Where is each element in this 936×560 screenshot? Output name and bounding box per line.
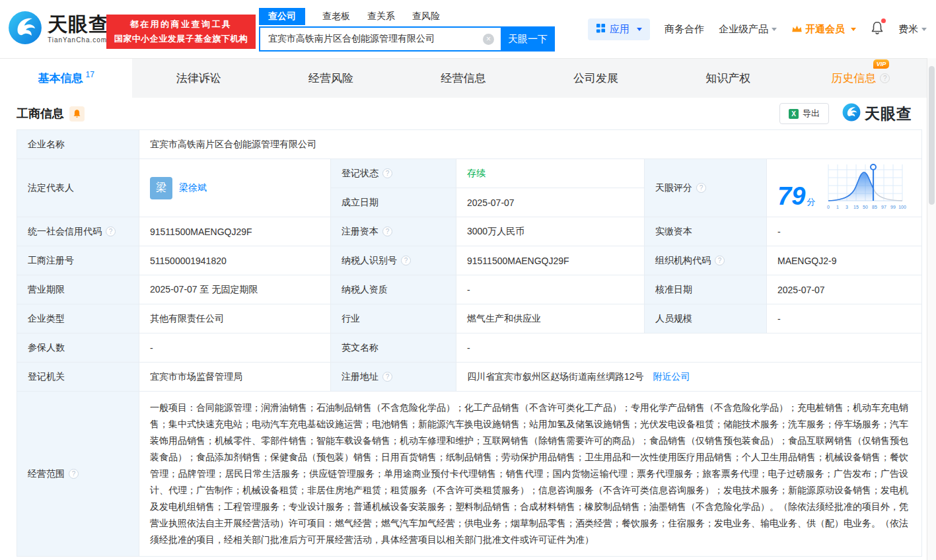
tianyancha-logo[interactable]: 天眼查 TianYanCha.com bbox=[8, 11, 109, 48]
chevron-down-icon bbox=[637, 28, 642, 31]
business-term-label: 营业期限 bbox=[17, 275, 139, 304]
registered-address-label: 注册地址? bbox=[331, 363, 456, 392]
staff-size-value: - bbox=[767, 304, 922, 333]
nav-enterprise-products[interactable]: 企业级产品 bbox=[719, 23, 777, 36]
taxpayer-qualification-label: 纳税人资质 bbox=[331, 275, 456, 304]
company-type-label: 企业类型 bbox=[17, 304, 139, 333]
registered-capital-value: 3000万人民币 bbox=[456, 217, 645, 246]
tab-basic-info-count: 17 bbox=[86, 70, 94, 79]
taxpayer-id-label: 纳税人识别号? bbox=[331, 246, 456, 275]
registration-authority-value: 宜宾市市场监督管理局 bbox=[139, 363, 331, 392]
notification-bell-icon[interactable] bbox=[871, 20, 884, 38]
tab-operation-info[interactable]: 经营信息 bbox=[397, 59, 529, 98]
tianyancha-company-page: 天眼查 TianYanCha.com 都在用的商业查询工具 国家中小企业发展子基… bbox=[0, 0, 936, 560]
top-header: 天眼查 TianYanCha.com 都在用的商业查询工具 国家中小企业发展子基… bbox=[0, 0, 936, 58]
apps-menu[interactable]: 应用 bbox=[588, 18, 650, 40]
paid-capital-value: - bbox=[767, 217, 922, 246]
apps-grid-icon bbox=[596, 23, 606, 35]
score-tick: 50 bbox=[863, 205, 868, 209]
help-icon[interactable]: ? bbox=[382, 372, 392, 382]
search-input[interactable] bbox=[259, 26, 501, 52]
brand-domain: TianYanCha.com bbox=[48, 37, 109, 44]
insured-count-value: - bbox=[139, 333, 331, 363]
score-value: 79 bbox=[777, 184, 805, 209]
search-area: 查公司 查老板 查关系 查风险 × 天眼一下 bbox=[259, 8, 555, 52]
tab-history-info[interactable]: 历史信息 VIP ? bbox=[795, 59, 927, 98]
table-row: 登记机关 宜宾市市场监督管理局 注册地址? 四川省宜宾市叙州区赵场街道南丝绸路1… bbox=[17, 363, 922, 392]
table-row: 工商注册号 511500001941820 纳税人识别号? 91511500MA… bbox=[17, 246, 922, 275]
tianyancha-logo-icon bbox=[8, 11, 42, 48]
business-info-section-header: 工商信息 X 导出 天眼查 bbox=[0, 98, 927, 129]
user-menu[interactable]: 费米 bbox=[898, 23, 927, 36]
company-type-value: 其他有限责任公司 bbox=[139, 304, 331, 333]
nearby-companies-link[interactable]: 附近公司 bbox=[653, 371, 690, 382]
taxpayer-id-value: 91511500MAENGQJ29F bbox=[456, 246, 645, 275]
table-row: 营业期限 2025-07-07 至 无固定期限 纳税人资质 - 核准日期 202… bbox=[17, 275, 922, 304]
business-info-table: 企业名称 宜宾市高铁南片区合创能源管理有限公司 法定代表人 梁 梁徐斌 登记状态… bbox=[17, 129, 922, 557]
legal-rep-link[interactable]: 梁徐斌 bbox=[179, 182, 207, 194]
username: 费米 bbox=[898, 23, 918, 36]
insured-count-label: 参保人数 bbox=[17, 333, 139, 363]
score-tick: 100 bbox=[898, 205, 906, 209]
establish-date-value: 2025-07-07 bbox=[456, 188, 645, 217]
staff-size-label: 人员规模 bbox=[645, 304, 767, 333]
score-tick: 0 bbox=[827, 205, 830, 209]
tab-company-development[interactable]: 公司发展 bbox=[530, 59, 662, 98]
brand-name: 天眼查 bbox=[48, 15, 109, 34]
company-nav-tabs: 基本信息 17 法律诉讼 经营风险 经营信息 公司发展 知识产权 历史信息 VI… bbox=[0, 58, 927, 98]
excel-icon: X bbox=[789, 109, 799, 119]
chevron-down-icon bbox=[921, 28, 927, 31]
tab-basic-info[interactable]: 基本信息 17 bbox=[0, 59, 132, 98]
table-row: 参保人数 - 英文名称 - bbox=[17, 333, 922, 363]
org-code-value: MAENGQJ2-9 bbox=[767, 246, 922, 275]
search-tab-relation[interactable]: 查关系 bbox=[367, 8, 395, 25]
score-tick: 85 bbox=[872, 205, 877, 209]
business-term-value: 2025-07-07 至 无固定期限 bbox=[139, 275, 331, 304]
search-tab-boss[interactable]: 查老板 bbox=[322, 8, 350, 25]
registered-address-cell: 四川省宜宾市叙州区赵场街道南丝绸路12号 附近公司 bbox=[456, 363, 922, 392]
help-icon[interactable]: ? bbox=[696, 183, 706, 193]
credit-code-label: 统一社会信用代码? bbox=[17, 217, 139, 246]
search-button[interactable]: 天眼一下 bbox=[501, 26, 555, 52]
scrollbar-thumb[interactable] bbox=[929, 66, 935, 205]
company-name-value: 宜宾市高铁南片区合创能源管理有限公司 bbox=[139, 130, 922, 159]
section-title: 工商信息 bbox=[17, 106, 64, 122]
search-tab-company[interactable]: 查公司 bbox=[259, 8, 305, 25]
help-icon[interactable]: ? bbox=[880, 73, 890, 83]
table-row: 企业名称 宜宾市高铁南片区合创能源管理有限公司 bbox=[17, 130, 922, 159]
help-icon[interactable]: ? bbox=[69, 469, 79, 479]
avatar[interactable]: 梁 bbox=[150, 177, 172, 199]
export-button[interactable]: X 导出 bbox=[779, 103, 829, 124]
tab-legal-litigation[interactable]: 法律诉讼 bbox=[132, 59, 264, 98]
score-distribution-chart[interactable]: 0 1 3 15 50 85 97 99 100 bbox=[823, 162, 906, 214]
help-icon[interactable]: ? bbox=[106, 227, 116, 236]
reg-status-value: 存续 bbox=[456, 159, 645, 188]
help-icon[interactable]: ? bbox=[382, 227, 392, 236]
company-name-label: 企业名称 bbox=[17, 130, 139, 159]
header-nav: 应用 商务合作 企业级产品 开通会员 bbox=[588, 0, 927, 58]
registration-number-value: 511500001941820 bbox=[139, 246, 331, 275]
clear-search-icon[interactable]: × bbox=[483, 34, 494, 45]
taxpayer-qualification-value: - bbox=[456, 275, 645, 304]
table-row: 法定代表人 梁 梁徐斌 登记状态? 存续 天眼评分? 79 分 bbox=[17, 159, 922, 188]
watermark-text: 天眼查 bbox=[865, 104, 912, 124]
score-label: 天眼评分? bbox=[645, 159, 767, 217]
tab-operation-risk[interactable]: 经营风险 bbox=[265, 59, 397, 98]
monitor-bell-icon[interactable] bbox=[69, 106, 85, 122]
nav-open-vip[interactable]: 开通会员 bbox=[791, 23, 856, 36]
tab-intellectual-property[interactable]: 知识产权 bbox=[662, 59, 794, 98]
vertical-scrollbar[interactable] bbox=[927, 58, 936, 560]
search-tab-risk[interactable]: 查风险 bbox=[412, 8, 440, 25]
industry-label: 行业 bbox=[331, 304, 456, 333]
score-tick: 3 bbox=[846, 205, 848, 209]
nav-business-cooperation[interactable]: 商务合作 bbox=[665, 23, 704, 36]
registration-authority-label: 登记机关 bbox=[17, 363, 139, 392]
paid-capital-label: 实缴资本 bbox=[645, 217, 767, 246]
apps-label: 应用 bbox=[610, 23, 630, 36]
help-icon[interactable]: ? bbox=[382, 168, 392, 178]
help-icon[interactable]: ? bbox=[401, 256, 411, 265]
approval-date-label: 核准日期 bbox=[645, 275, 767, 304]
help-icon[interactable]: ? bbox=[715, 256, 725, 265]
registered-address-value: 四川省宜宾市叙州区赵场街道南丝绸路12号 bbox=[467, 371, 644, 382]
approval-date-value: 2025-07-07 bbox=[767, 275, 922, 304]
